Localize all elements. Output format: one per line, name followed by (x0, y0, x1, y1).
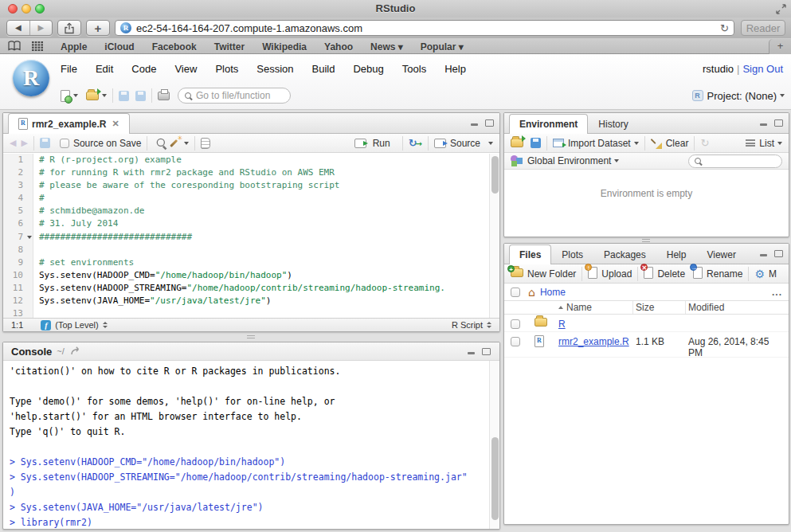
fullscreen-icon[interactable] (776, 3, 786, 18)
pane-resize-handle[interactable] (642, 239, 650, 242)
upload-icon[interactable]: ↑ (588, 267, 597, 281)
refresh-icon[interactable]: ↻ (720, 22, 729, 34)
menu-help[interactable]: Help (444, 63, 466, 77)
scrollbar-thumb[interactable] (491, 156, 499, 194)
bookmarks-book-icon[interactable] (8, 41, 21, 51)
back-button[interactable]: ◀ (7, 21, 29, 35)
minimize-pane-icon[interactable] (469, 119, 480, 127)
chevron-down-icon[interactable] (634, 142, 639, 145)
print-icon[interactable] (158, 92, 170, 100)
scrollbar-thumb[interactable] (491, 437, 499, 520)
list-view-icon[interactable] (746, 139, 755, 147)
forward-button[interactable]: ▶ (30, 21, 53, 35)
column-header-name[interactable]: Name (504, 302, 592, 313)
menu-edit[interactable]: Edit (96, 63, 113, 77)
menu-file[interactable]: File (61, 63, 77, 77)
tab-history[interactable]: History (588, 114, 638, 134)
menu-plots[interactable]: Plots (215, 63, 238, 77)
tab-files[interactable]: Files (509, 244, 551, 264)
chevron-down-icon[interactable] (488, 142, 493, 145)
chevron-down-icon[interactable] (614, 159, 619, 162)
menu-build[interactable]: Build (312, 63, 335, 77)
minimize-pane-icon[interactable] (466, 347, 476, 356)
new-tab-button[interactable]: + (86, 20, 110, 36)
console-scrollbar[interactable] (489, 361, 499, 529)
bookmark-yahoo[interactable]: Yahoo (324, 41, 353, 53)
menu-session[interactable]: Session (256, 63, 293, 77)
forward-icon[interactable]: ▶ (21, 138, 27, 148)
file-type-selector[interactable]: R Script (452, 320, 483, 330)
import-dataset-icon[interactable] (553, 139, 564, 147)
console-output[interactable]: 'citation()' on how to cite R or R packa… (3, 361, 499, 529)
environment-scope-selector[interactable]: Global Environment (527, 155, 611, 166)
maximize-pane-icon[interactable] (773, 249, 784, 258)
maximize-pane-icon[interactable] (484, 119, 495, 127)
chevron-down-icon[interactable] (184, 142, 189, 145)
bookmark-twitter[interactable]: Twitter (214, 41, 245, 53)
clear-broom-icon[interactable] (651, 138, 662, 149)
more-button-truncated[interactable]: M (769, 268, 777, 280)
minimize-pane-icon[interactable] (758, 249, 769, 258)
source-icon[interactable] (434, 139, 446, 148)
load-workspace-icon[interactable] (511, 139, 523, 147)
bookmark-icloud[interactable]: iCloud (104, 41, 134, 53)
new-file-icon[interactable] (61, 90, 70, 102)
menu-debug[interactable]: Debug (353, 63, 383, 77)
pane-resize-handle[interactable] (247, 335, 255, 338)
code-tools-wand-icon[interactable] (170, 138, 181, 149)
bookmark-popular[interactable]: Popular ▾ (421, 41, 464, 53)
bookmark-apple[interactable]: Apple (61, 41, 87, 53)
bookmark-wikipedia[interactable]: Wikipedia (262, 41, 307, 53)
menu-code[interactable]: Code (131, 63, 156, 77)
tab-environment[interactable]: Environment (509, 114, 588, 134)
save-all-icon[interactable] (135, 91, 146, 101)
file-row[interactable]: rmr2_example.R1.1 KBAug 26, 2014, 8:45 P… (504, 332, 789, 358)
tab-help[interactable]: Help (656, 244, 697, 264)
delete-icon[interactable]: ✕ (644, 267, 653, 281)
path-more-button[interactable]: ... (772, 287, 782, 298)
home-breadcrumb[interactable]: Home (540, 287, 566, 298)
fold-arrow-icon[interactable] (27, 236, 32, 239)
project-selector[interactable]: R Project: (None) (692, 90, 785, 102)
refresh-icon[interactable]: ↻ (700, 137, 709, 149)
code-editor[interactable]: 1# R (r-project.org) example2# for runni… (3, 154, 499, 318)
new-folder-icon[interactable]: + (511, 268, 523, 280)
bookmark-facebook[interactable]: Facebook (152, 41, 197, 53)
minimize-pane-icon[interactable] (758, 119, 769, 127)
chevron-down-icon[interactable] (777, 142, 782, 145)
new-file-dropdown-icon[interactable] (73, 94, 78, 97)
tab-packages[interactable]: Packages (593, 244, 656, 264)
compile-notebook-icon[interactable] (201, 138, 210, 149)
column-header-modified[interactable]: Modified (688, 302, 724, 313)
select-all-checkbox[interactable] (511, 288, 520, 297)
open-file-dropdown-icon[interactable] (102, 94, 107, 97)
run-button[interactable]: Run (373, 138, 390, 149)
menu-view[interactable]: View (174, 63, 197, 77)
back-icon[interactable]: ◀ (10, 138, 16, 148)
column-header-size[interactable]: Size (636, 302, 654, 313)
maximize-pane-icon[interactable] (481, 347, 491, 356)
reader-button[interactable]: Reader (741, 20, 785, 36)
rename-icon[interactable]: → (693, 267, 703, 281)
goto-file-function-input[interactable]: Go to file/function (178, 88, 291, 104)
file-link[interactable]: R (558, 319, 566, 330)
tab-plots[interactable]: Plots (551, 244, 593, 264)
tab-viewer[interactable]: Viewer (696, 244, 746, 264)
open-in-new-window-icon[interactable] (71, 344, 82, 358)
scope-selector[interactable]: (Top Level) (55, 320, 98, 330)
environment-search-input[interactable] (688, 155, 782, 168)
save-icon[interactable] (119, 91, 129, 101)
delete-button[interactable]: Delete (657, 268, 685, 280)
open-file-icon[interactable] (86, 92, 99, 100)
save-workspace-icon[interactable] (531, 138, 541, 148)
source-file-tab[interactable]: rmr2_example.R ✕ (8, 113, 130, 134)
source-on-save-checkbox[interactable] (60, 139, 69, 148)
maximize-pane-icon[interactable] (773, 119, 784, 127)
clear-button[interactable]: Clear (666, 138, 689, 149)
bookmark-news[interactable]: News ▾ (370, 41, 403, 53)
file-checkbox[interactable] (511, 337, 520, 346)
file-checkbox[interactable] (511, 319, 520, 329)
save-icon[interactable] (40, 138, 50, 148)
import-dataset-button[interactable]: Import Dataset (568, 138, 631, 149)
new-folder-button[interactable]: New Folder (527, 268, 576, 280)
